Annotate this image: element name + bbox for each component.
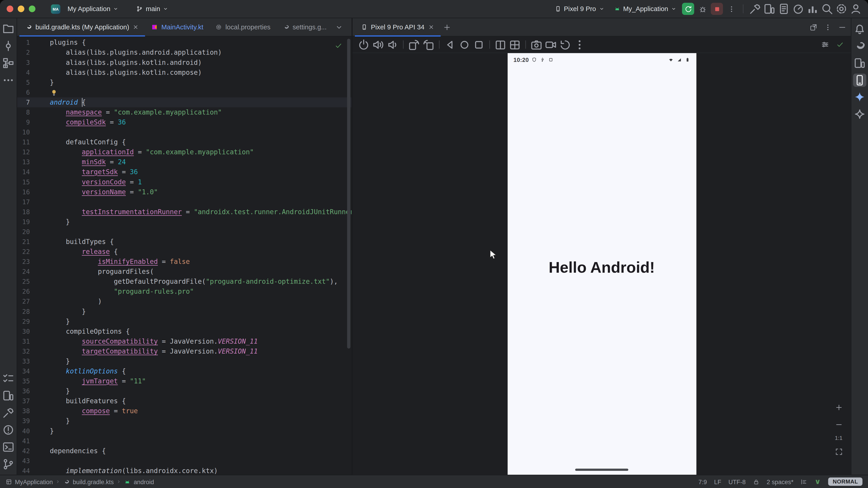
line-number[interactable]: 16 [17, 187, 35, 197]
device-manager-icon[interactable] [763, 2, 776, 15]
line-number[interactable]: 20 [17, 227, 35, 237]
code-line[interactable] [35, 197, 351, 207]
line-number[interactable]: 21 [17, 237, 35, 247]
line-number[interactable]: 41 [17, 436, 35, 446]
more-h-icon[interactable] [2, 74, 15, 87]
line-number[interactable]: 22 [17, 247, 35, 257]
caret-position-widget[interactable]: 7:9 [699, 478, 707, 485]
code-line[interactable]: } [35, 386, 351, 396]
screenshot-icon[interactable] [530, 38, 543, 51]
code-line[interactable]: isMinifyEnabled = false [35, 257, 351, 267]
line-number[interactable]: 43 [17, 456, 35, 466]
code-line[interactable]: "proguard-rules.pro" [35, 287, 351, 297]
code-line[interactable]: alias(libs.plugins.kotlin.compose) [35, 68, 351, 77]
line-number[interactable]: 25 [17, 276, 35, 287]
code-line[interactable]: android { [35, 97, 351, 107]
device-screen[interactable]: 10:20 Hello Android! [507, 53, 696, 475]
breadcrumb-block[interactable]: android [124, 478, 154, 485]
account-icon[interactable] [849, 2, 863, 15]
add-device-tab-button[interactable] [440, 21, 454, 34]
line-number[interactable]: 23 [17, 257, 35, 267]
tab-local-properties[interactable]: local.properties [209, 18, 276, 36]
problems-icon[interactable] [2, 423, 15, 436]
build-icon[interactable] [2, 406, 15, 420]
minimize-window-button[interactable] [18, 5, 24, 12]
overview-icon[interactable] [472, 38, 486, 51]
build-icon[interactable] [748, 2, 762, 15]
line-number[interactable]: 44 [17, 466, 35, 475]
code-line[interactable]: versionName = "1.0" [35, 187, 351, 197]
line-number[interactable]: 19 [17, 217, 35, 227]
code-line[interactable]: compileOptions { [35, 326, 351, 336]
code-line[interactable]: kotlinOptions { [35, 366, 351, 376]
editor-gutter[interactable]: 1234567891011121314151617181920212223242… [17, 37, 35, 475]
line-number[interactable]: 13 [17, 157, 35, 167]
code-line[interactable]: minSdk = 24 [35, 157, 351, 167]
volume-down-icon[interactable] [386, 38, 399, 51]
device-display-settings-button[interactable] [818, 38, 832, 51]
line-number[interactable]: 36 [17, 386, 35, 396]
more-run-actions-button[interactable] [725, 2, 738, 15]
code-line[interactable]: } [35, 356, 351, 366]
app-insights-icon[interactable] [806, 2, 819, 15]
line-number[interactable]: 24 [17, 267, 35, 276]
notifications-icon[interactable] [853, 22, 866, 35]
line-number[interactable]: 33 [17, 356, 35, 366]
line-number[interactable]: 6 [17, 88, 35, 97]
code-line[interactable]: implementation(libs.androidx.core.ktx) [35, 466, 351, 475]
line-number[interactable]: 1 [17, 38, 35, 48]
breadcrumb-project[interactable]: MyApplication [5, 478, 53, 485]
code-line[interactable]: getDefaultProguardFile("proguard-android… [35, 276, 351, 287]
code-line[interactable] [35, 436, 351, 446]
rotate-left-icon[interactable] [407, 38, 421, 51]
debug-button[interactable] [696, 2, 709, 15]
device-tab[interactable]: Pixel 9 Pro API 34 [355, 18, 440, 36]
project-selector[interactable]: My Application [64, 3, 123, 15]
ideavim-icon[interactable] [814, 478, 821, 485]
line-number[interactable]: 3 [17, 58, 35, 68]
device-selector[interactable]: Pixel 9 Pro [551, 3, 608, 15]
code-line[interactable]: compileSdk = 36 [35, 117, 351, 127]
tab-settings-gradle[interactable]: settings.g... [276, 18, 333, 36]
volume-up-icon[interactable] [371, 38, 385, 51]
rerun-button[interactable] [682, 3, 694, 15]
zoom-fit-button[interactable] [832, 445, 845, 458]
gradle-icon[interactable] [853, 39, 866, 53]
line-number[interactable]: 42 [17, 446, 35, 456]
zoom-out-button[interactable] [832, 418, 845, 431]
line-number[interactable]: 17 [17, 197, 35, 207]
code-line[interactable] [35, 88, 351, 97]
line-number[interactable]: 39 [17, 416, 35, 426]
code-line[interactable]: release { [35, 247, 351, 257]
line-number[interactable]: 14 [17, 167, 35, 177]
branch-selector[interactable]: main [132, 3, 172, 15]
code-line[interactable]: } [35, 77, 351, 88]
ai-assistant-icon[interactable] [853, 108, 866, 121]
code-line[interactable]: buildFeatures { [35, 396, 351, 406]
line-number[interactable]: 18 [17, 207, 35, 217]
rotate-right-icon[interactable] [422, 38, 435, 51]
power-icon[interactable] [357, 38, 370, 51]
line-number[interactable]: 12 [17, 147, 35, 157]
zoom-in-button[interactable] [832, 400, 845, 414]
code-line[interactable]: ) [35, 297, 351, 306]
screen-record-icon[interactable] [544, 38, 557, 51]
line-number[interactable]: 5 [17, 77, 35, 88]
code-line[interactable]: plugins { [35, 38, 351, 48]
project-folder-icon[interactable] [2, 22, 15, 35]
back-icon[interactable] [443, 38, 457, 51]
close-icon[interactable] [132, 24, 139, 30]
device-manager-icon[interactable] [853, 57, 866, 70]
line-number[interactable]: 40 [17, 426, 35, 436]
line-number[interactable]: 31 [17, 336, 35, 346]
hidden-tabs-button[interactable] [333, 21, 346, 34]
code-editor[interactable]: 1234567891011121314151617181920212223242… [17, 37, 351, 475]
code-line[interactable]: dependencies { [35, 446, 351, 456]
code-line[interactable]: defaultConfig { [35, 137, 351, 147]
open-in-new-window-button[interactable] [807, 21, 820, 34]
code-line[interactable] [35, 456, 351, 466]
code-line[interactable]: proguardFiles( [35, 267, 351, 276]
fold-icon[interactable] [494, 38, 507, 51]
breadcrumb-file[interactable]: build.gradle.kts [63, 478, 114, 485]
hide-panel-button[interactable] [835, 21, 849, 34]
